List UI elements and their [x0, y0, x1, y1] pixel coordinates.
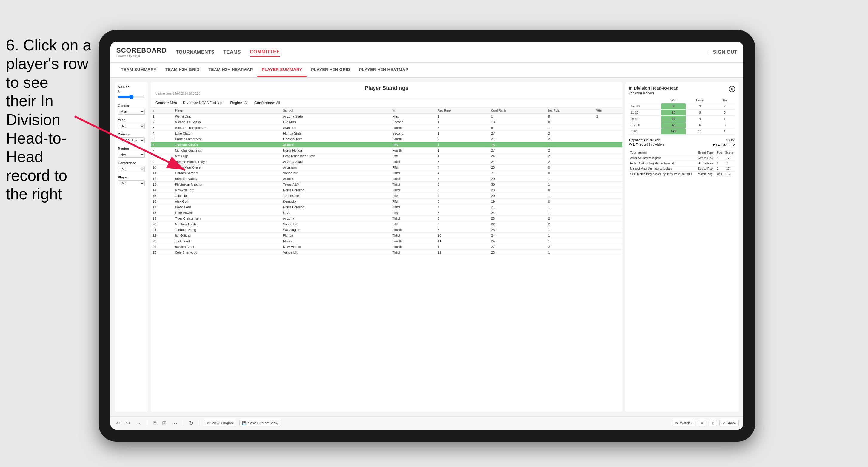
- table-row[interactable]: 20 Matthew Riedel Vanderbilt Fifth 3 22 …: [151, 221, 622, 227]
- h2h-win-cell: 578: [661, 128, 686, 134]
- watch-button[interactable]: 👁 Watch ▾: [672, 420, 695, 427]
- player-select[interactable]: (All): [118, 180, 145, 186]
- cell-yr: Fifth: [391, 165, 436, 170]
- table-row[interactable]: 1 Wenyi Ding Arizona State First 1 1 8 1: [151, 114, 622, 119]
- col-num: #: [151, 108, 173, 114]
- cell-num: 5: [151, 136, 173, 142]
- table-row[interactable]: 19 Tiger Christensen Arizona Third 8 23 …: [151, 216, 622, 221]
- table-row[interactable]: 22 Ian Gilligan Florida Third 10 24 1: [151, 233, 622, 239]
- cell-reg: 3: [436, 187, 489, 193]
- table-row[interactable]: 7 Nicholas Gabrelcik North Florida Fourt…: [151, 148, 622, 153]
- filter-year: Year (All): [118, 118, 145, 129]
- watch-label: Watch ▾: [680, 421, 693, 425]
- tournament-name: SEC Match Play hosted by Jerry Pate Roun…: [629, 172, 697, 177]
- sub-nav-team-summary[interactable]: TEAM SUMMARY: [116, 63, 161, 77]
- sign-out-button[interactable]: Sign out: [713, 48, 737, 56]
- nav-committee[interactable]: COMMITTEE: [250, 48, 280, 57]
- forward-button[interactable]: →: [135, 419, 143, 427]
- refresh-button[interactable]: ↻: [188, 419, 195, 427]
- table-row[interactable]: 21 Taehoon Song Washington Fourth 6 23 1: [151, 227, 622, 233]
- nav-tournaments[interactable]: TOURNAMENTS: [176, 48, 215, 56]
- cell-school: Washington: [281, 227, 391, 233]
- table-row[interactable]: 11 Gordon Sargent Vanderbilt Third 4 21 …: [151, 170, 622, 176]
- export-button[interactable]: ⬇: [698, 420, 706, 427]
- table-row[interactable]: 4 Luke Claton Florida State Second 1 27 …: [151, 131, 622, 136]
- filter-division-display: Division: NCAA Division I: [183, 101, 224, 105]
- sub-nav-team-h2h-grid[interactable]: TEAM H2H GRID: [161, 63, 204, 77]
- table-row[interactable]: 23 Jack Lundin Missouri Fourth 11 24 1: [151, 239, 622, 244]
- h2h-close-button[interactable]: ✕: [728, 86, 735, 92]
- paste-button[interactable]: ⊞: [161, 419, 168, 427]
- cell-rds: 1: [546, 239, 595, 244]
- col-no-rds: No. Rds.: [546, 108, 595, 114]
- grid-button[interactable]: ⊞: [709, 420, 717, 427]
- view-original-button[interactable]: 👁 View: Original: [204, 420, 237, 427]
- table-row[interactable]: 9 Preston Summerhays Arizona State Third…: [151, 159, 622, 165]
- h2h-tie-cell: 3: [714, 122, 735, 128]
- table-row[interactable]: 12 Brendan Valles Auburn Third 7 20 1: [151, 176, 622, 182]
- table-row[interactable]: 15 Jake Hall Tennessee Fifth 4 20 1: [151, 193, 622, 199]
- more-button[interactable]: ⋯: [171, 419, 179, 427]
- save-custom-button[interactable]: 💾 Save Custom View: [239, 420, 281, 427]
- cell-win: [595, 148, 622, 153]
- sub-nav-player-summary[interactable]: PLAYER SUMMARY: [257, 63, 307, 77]
- nav-pipe: |: [707, 50, 709, 55]
- share-button[interactable]: ↗ Share: [719, 420, 739, 427]
- cell-win: [595, 182, 622, 187]
- table-row[interactable]: 17 David Ford North Carolina Third 7 21 …: [151, 205, 622, 210]
- cell-school: Kentucky: [281, 199, 391, 205]
- division-select[interactable]: NCAA Division I: [118, 137, 145, 143]
- cell-yr: First: [391, 210, 436, 216]
- cell-yr: Fifth: [391, 221, 436, 227]
- table-row[interactable]: 25 Cole Sherwood Vanderbilt Third 12 23 …: [151, 250, 622, 255]
- cell-conf: 27: [489, 244, 546, 250]
- tournament-type: Stroke Play: [697, 155, 716, 161]
- table-row[interactable]: 24 Bastien Amat New Mexico Fourth 1 27 2: [151, 244, 622, 250]
- table-row[interactable]: 10 Jacob Mou-Olesen Arkansas Fifth 4 25 …: [151, 165, 622, 170]
- conference-select[interactable]: (All): [118, 166, 145, 172]
- cell-yr: Fourth: [391, 125, 436, 131]
- cell-rds: 1: [546, 125, 595, 131]
- table-row[interactable]: 6 Jackson Koivun Auburn First 1 15 1: [151, 142, 622, 148]
- cell-yr: Third: [391, 176, 436, 182]
- cell-num: 13: [151, 182, 173, 187]
- table-row[interactable]: 14 Maxwell Ford North Carolina Third 3 2…: [151, 187, 622, 193]
- no-rds-slider[interactable]: [118, 95, 145, 99]
- h2h-wlt-row: W-L-T record in-division: 674 - 33 - 12: [629, 143, 735, 147]
- tournament-score: -7: [724, 161, 735, 166]
- table-row[interactable]: 18 Luke Powell ULA First 6 24 1: [151, 210, 622, 216]
- table-row[interactable]: 16 Alex Goff Kentucky Fifth 8 19 0: [151, 199, 622, 205]
- cell-rds: 2: [546, 221, 595, 227]
- cell-num: 23: [151, 239, 173, 244]
- copy-button[interactable]: ⧉: [152, 419, 158, 427]
- table-row[interactable]: 8 Mats Ege East Tennessee State Fifth 1 …: [151, 153, 622, 159]
- h2h-opponents-row: Opponents in division: 98.1%: [629, 138, 735, 142]
- table-row[interactable]: 13 Phichaksn Maichon Texas A&M Third 6 3…: [151, 182, 622, 187]
- filter-player: Player (All): [118, 176, 145, 186]
- cell-reg: 3: [436, 159, 489, 165]
- cell-player: Matthew Riedel: [173, 221, 281, 227]
- region-select[interactable]: N/A: [118, 152, 145, 158]
- year-select[interactable]: (All): [118, 123, 145, 129]
- cell-num: 25: [151, 250, 173, 255]
- sub-nav-team-h2h-heatmap[interactable]: TEAM H2H HEATMAP: [204, 63, 257, 77]
- cell-yr: Fourth: [391, 244, 436, 250]
- sub-nav-player-h2h-heatmap[interactable]: PLAYER H2H HEATMAP: [354, 63, 413, 77]
- nav-teams[interactable]: TEAMS: [223, 48, 241, 56]
- h2h-loss-cell: 3: [686, 103, 714, 110]
- table-row[interactable]: 5 Christo Lamprecht Georgia Tech Fourth …: [151, 136, 622, 142]
- t-col-score: Score: [724, 150, 735, 155]
- cell-conf: 23: [489, 187, 546, 193]
- redo-button[interactable]: ↪: [125, 419, 132, 427]
- gender-select[interactable]: Men: [118, 108, 145, 115]
- table-row[interactable]: 2 Michael La Sasso Ole Miss Second 1 18 …: [151, 119, 622, 125]
- cell-yr: First: [391, 142, 436, 148]
- table-row[interactable]: 3 Michael Thorbjornsen Stanford Fourth 3…: [151, 125, 622, 131]
- filter-gender-display: Gender: Men: [155, 101, 177, 105]
- sub-nav-player-h2h-grid[interactable]: PLAYER H2H GRID: [307, 63, 354, 77]
- undo-button[interactable]: ↩: [115, 419, 122, 427]
- h2h-title: In Division Head-to-Head: [629, 86, 678, 90]
- cell-school: Auburn: [281, 142, 391, 148]
- nav-right: | Sign out: [707, 48, 737, 56]
- cell-num: 24: [151, 244, 173, 250]
